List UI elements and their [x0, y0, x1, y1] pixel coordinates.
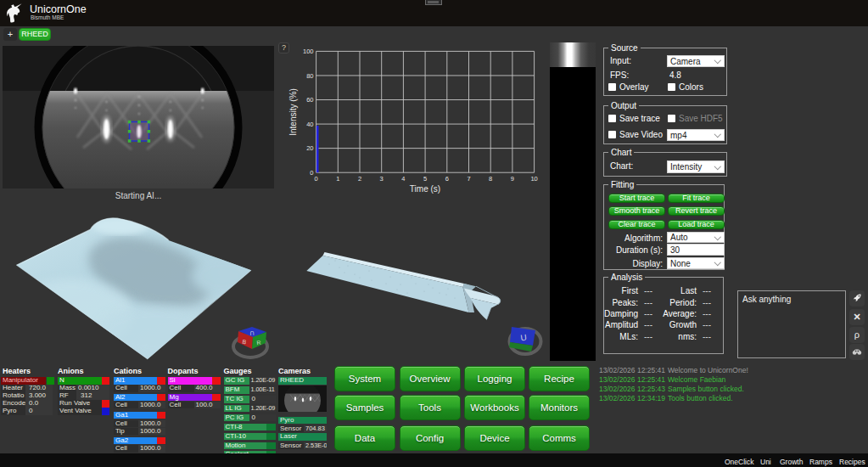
svg-text:0: 0 [315, 175, 318, 183]
svg-text:40: 40 [306, 121, 313, 128]
svg-text:1: 1 [336, 175, 339, 183]
svg-text:3: 3 [380, 175, 384, 183]
svg-text:100: 100 [303, 48, 314, 55]
svg-text:80: 80 [306, 72, 313, 80]
svg-text:0: 0 [310, 169, 313, 177]
svg-text:5: 5 [423, 175, 427, 183]
svg-text:U: U [520, 333, 528, 343]
svg-text:20: 20 [306, 144, 313, 152]
svg-text:8: 8 [489, 175, 492, 183]
svg-text:10: 10 [530, 175, 537, 183]
svg-text:6: 6 [445, 175, 449, 183]
svg-text:60: 60 [306, 96, 313, 104]
svg-text:4: 4 [401, 175, 405, 183]
svg-text:U: U [249, 330, 254, 336]
svg-text:9: 9 [511, 175, 514, 183]
svg-text:R: R [256, 340, 261, 346]
svg-text:Intensity (%): Intensity (%) [288, 88, 298, 136]
svg-text:7: 7 [467, 175, 470, 183]
svg-text:Time (s): Time (s) [410, 184, 440, 194]
svg-text:2: 2 [358, 175, 361, 183]
